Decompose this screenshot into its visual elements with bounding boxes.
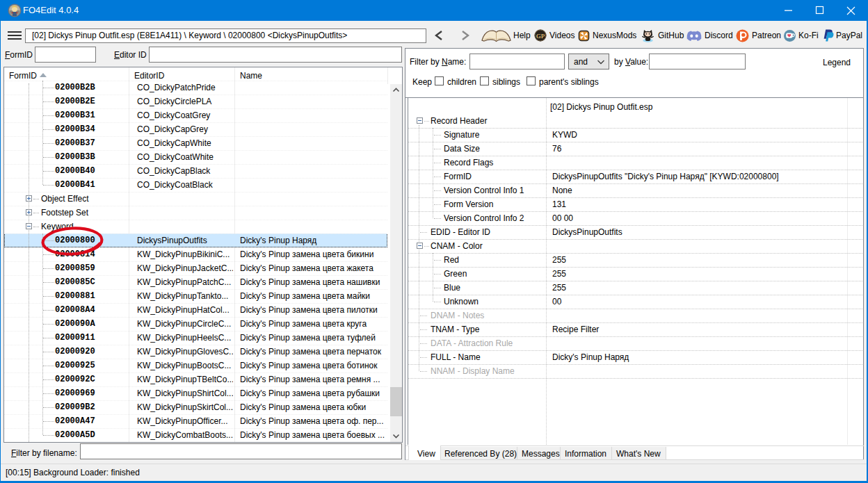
svg-text:GP: GP <box>536 33 545 40</box>
